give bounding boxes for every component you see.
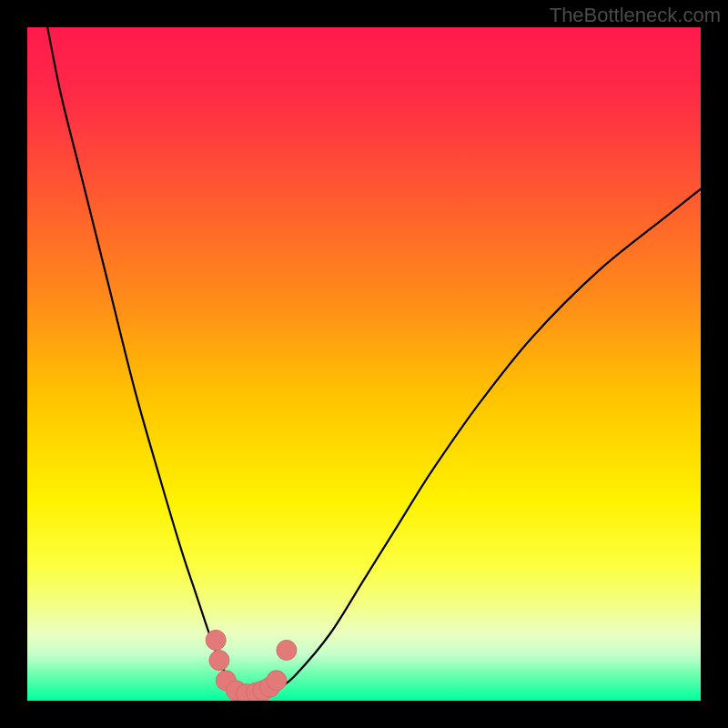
curve-layer [27, 27, 701, 701]
highlight-marker [277, 641, 297, 661]
highlight-markers [206, 630, 297, 701]
highlight-marker [206, 630, 226, 650]
highlight-marker [209, 651, 229, 671]
plot-area [27, 27, 701, 701]
watermark-text: TheBottleneck.com [550, 4, 721, 27]
chart-frame: TheBottleneck.com [0, 0, 728, 728]
bottleneck-curve [47, 27, 701, 694]
highlight-marker [267, 671, 287, 691]
